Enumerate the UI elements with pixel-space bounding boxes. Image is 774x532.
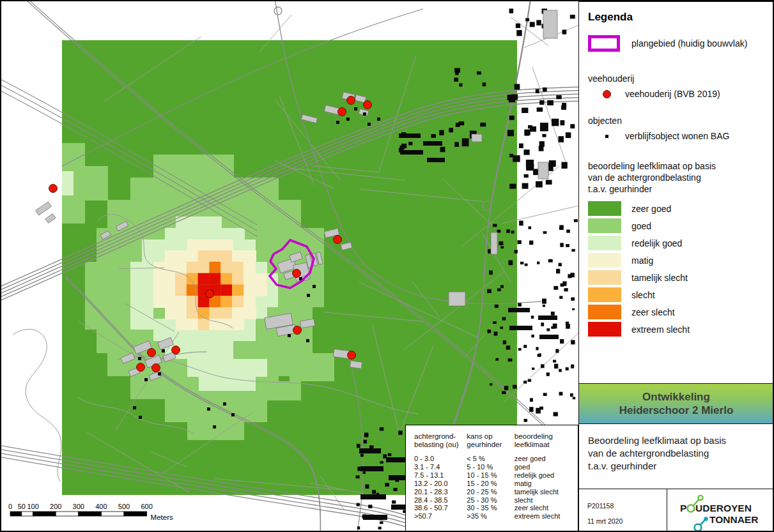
raster-hotspot-cell	[198, 250, 210, 262]
raster-hotspot-cell	[198, 307, 210, 319]
building	[571, 298, 575, 301]
building	[515, 250, 518, 253]
legend-objecten-row: verblijfsobject wonen BAG	[588, 131, 767, 141]
verblijfsobject-square-icon	[605, 135, 608, 138]
building	[357, 526, 360, 529]
building	[539, 100, 544, 105]
building	[554, 364, 558, 369]
building	[555, 349, 559, 353]
building	[380, 461, 383, 464]
building	[560, 339, 564, 344]
building	[502, 391, 506, 394]
building	[559, 136, 564, 142]
building	[511, 231, 514, 234]
legend-class-row: slecht	[588, 287, 767, 302]
veehouderij-dot	[206, 290, 214, 298]
legend-class-label: extreem slecht	[631, 324, 690, 335]
building	[523, 149, 529, 155]
building	[515, 84, 520, 89]
building	[561, 162, 567, 169]
building	[566, 132, 571, 138]
rowhouse-bar	[399, 133, 421, 138]
svg-text:50: 50	[18, 503, 26, 510]
legend-class-row: extreem slecht	[588, 322, 767, 337]
building	[560, 243, 564, 247]
building	[517, 240, 521, 244]
residence-square	[162, 349, 165, 353]
building	[531, 315, 534, 319]
objecten-header: objecten	[588, 116, 767, 126]
raster-hotspot-cell	[187, 273, 198, 285]
building	[522, 108, 528, 113]
pouderoyen-tonnaer-logo: P UDEROYEN TONNAER	[667, 489, 773, 532]
building	[506, 346, 511, 349]
building	[456, 123, 460, 126]
building	[536, 347, 538, 350]
building	[480, 123, 486, 126]
raster-redelijk	[165, 228, 245, 239]
building	[462, 139, 469, 147]
table-cell: 3.1 - 7.4	[414, 463, 467, 471]
building	[500, 246, 504, 248]
building	[495, 358, 499, 361]
building	[553, 324, 557, 329]
building	[566, 322, 569, 325]
legend-class-label: matig	[631, 255, 653, 266]
table-cell: 13.2 - 20.0	[414, 480, 467, 488]
building	[530, 398, 533, 402]
legend-class-list: zeer goedgoedredelijk goedmatigtamelijk …	[588, 201, 767, 337]
title-line-1: Ontwikkeling	[642, 390, 710, 404]
building	[513, 155, 520, 162]
building	[552, 119, 559, 126]
residence-square	[307, 294, 310, 297]
raster-hotspot-cell	[232, 307, 244, 319]
legend-class-swatch	[588, 218, 621, 233]
gray-building	[449, 292, 465, 306]
assessment-table-header: achtergrond-belasting (ou)kans opgeurhin…	[414, 432, 578, 449]
building	[537, 107, 543, 112]
project-number: P201158	[587, 502, 614, 510]
rowhouse-bar	[508, 308, 530, 312]
building	[559, 296, 562, 298]
residence-square	[133, 406, 136, 409]
legend-class-row: goed	[588, 218, 767, 233]
building	[454, 78, 458, 82]
building	[516, 24, 520, 28]
title-bar: Ontwikkeling Heiderschoor 2 Mierlo	[578, 383, 774, 424]
raster-redelijk	[199, 377, 256, 391]
building	[539, 407, 543, 410]
residence-square	[368, 123, 371, 126]
building	[549, 160, 556, 167]
building	[551, 312, 555, 315]
raster-hotspot-cell	[232, 262, 244, 273]
logo-teal-small-circle-icon	[704, 517, 708, 521]
veehouderij-dot	[347, 96, 355, 105]
building	[536, 181, 543, 188]
building	[364, 432, 369, 437]
rowhouse-bar	[509, 326, 532, 330]
gray-building	[491, 232, 497, 254]
veehouderij-dot	[334, 236, 342, 244]
logo-text-p: P	[680, 503, 686, 513]
building	[546, 328, 550, 331]
building	[483, 82, 486, 86]
legend-class-swatch	[588, 201, 621, 216]
svg-text:600: 600	[141, 503, 152, 510]
klimaat-header: beoordeling leefklimaat op basis van de …	[588, 160, 767, 195]
building	[570, 124, 575, 128]
building	[499, 241, 503, 245]
table-cell: 38.6 - 50.7	[414, 504, 467, 512]
building	[570, 15, 575, 19]
residence-square	[288, 334, 291, 337]
building	[559, 263, 562, 266]
building	[519, 221, 523, 226]
building	[566, 229, 570, 232]
raster-goed	[130, 178, 279, 200]
gray-building	[350, 361, 362, 369]
building	[368, 505, 372, 508]
building	[537, 261, 539, 264]
raster-hotspot-cell	[175, 284, 187, 296]
residence-square	[354, 107, 357, 110]
building	[543, 231, 547, 234]
building	[477, 72, 481, 75]
